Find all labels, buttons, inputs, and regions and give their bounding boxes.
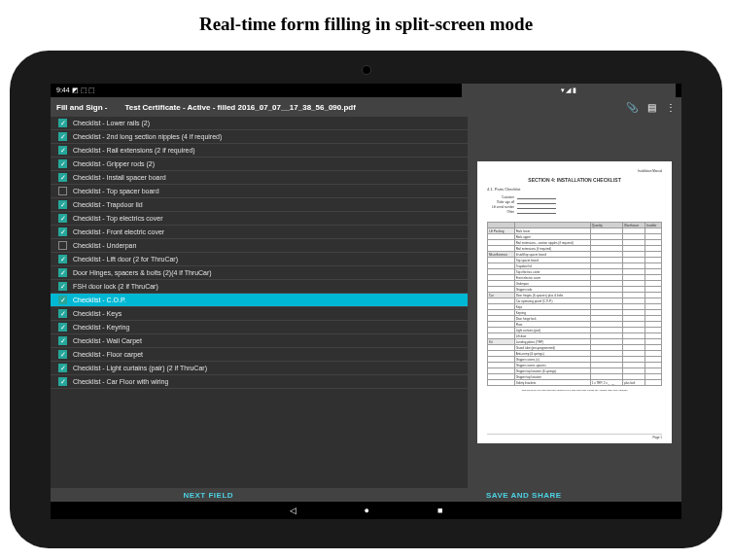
tablet-frame: 9:44 ◩ ⬚ ⬚ ▾ ◢ ▮ Fill and Sign - Test Ce… <box>10 51 722 548</box>
checklist-row[interactable]: ✓Checklist - C.O.P. <box>51 294 468 307</box>
footer-bar: NEXT FIELD SAVE AND SHARE <box>51 488 681 502</box>
checklist-label: FSH door lock (2 if ThruCar) <box>73 283 158 290</box>
checklist-label: Checklist - Gripper rods (2) <box>73 160 155 167</box>
pdf-subtitle: 4.1. Parts Checklist <box>487 187 662 192</box>
status-bar: 9:44 ◩ ⬚ ⬚ ▾ ◢ ▮ <box>51 84 681 97</box>
checklist-row[interactable]: ✓Checklist - Car Floor with wiring <box>51 375 468 389</box>
checklist-label: Checklist - Light curtains (pair) (2 if … <box>73 365 207 371</box>
status-left: 9:44 ◩ ⬚ ⬚ <box>56 87 95 94</box>
pdf-form-fields: CustomerOrder sign offLift serial number… <box>487 195 662 214</box>
checklist-label: Checklist - Install spacer board <box>73 174 166 181</box>
pdf-section-title: SECTION 4: INSTALLATION CHECKLIST <box>487 177 662 183</box>
checklist-panel[interactable]: ✓Checklist - Lower rails (2)✓Checklist -… <box>51 117 468 488</box>
checkbox[interactable]: ✓ <box>58 364 67 372</box>
pdf-header-right: Installation Manual <box>487 169 662 173</box>
checklist-row[interactable]: ✓Checklist - Rail extensions (2 if requi… <box>51 144 468 158</box>
pdf-footer: Page 1 <box>487 434 662 439</box>
checkbox[interactable]: ✓ <box>58 132 67 141</box>
checklist-label: Checklist - Wall Carpet <box>73 337 142 344</box>
checklist-label: Checklist - Lower rails (2) <box>73 120 150 126</box>
checklist-row[interactable]: ✓Checklist - Floor carpet <box>51 348 468 362</box>
more-icon[interactable]: ⋮ <box>666 102 676 113</box>
checkbox[interactable] <box>58 241 67 250</box>
checklist-row[interactable]: ✓FSH door lock (2 if ThruCar) <box>51 280 468 294</box>
checklist-label: Checklist - Rail extensions (2 if requir… <box>73 147 195 154</box>
recents-button[interactable]: ■ <box>437 506 442 515</box>
checklist-label: Door Hinges, spacers & bolts (2)(4 if Th… <box>73 269 212 276</box>
checklist-label: Checklist - Keys <box>73 310 122 317</box>
checkbox[interactable]: ✓ <box>58 296 67 304</box>
back-button[interactable]: ◁ <box>290 506 296 515</box>
checklist-label: Checklist - Lift door (2 for ThruCar) <box>73 256 178 262</box>
checkbox[interactable]: ✓ <box>58 377 67 386</box>
checkbox[interactable]: ✓ <box>58 159 67 168</box>
screen: 9:44 ◩ ⬚ ⬚ ▾ ◢ ▮ Fill and Sign - Test Ce… <box>51 84 681 519</box>
android-navbar: ◁ ● ■ <box>51 502 681 519</box>
checklist-row[interactable]: ✓Checklist - Keys <box>51 307 468 321</box>
checklist-label: Checklist - Keyring <box>73 324 129 331</box>
app-title: Fill and Sign - <box>56 103 107 112</box>
checkbox[interactable]: ✓ <box>58 336 67 345</box>
checklist-label: Checklist - Trapdoor lid <box>73 201 143 208</box>
checklist-row[interactable]: ✓Door Hinges, spacers & bolts (2)(4 if T… <box>51 266 468 280</box>
checkbox[interactable] <box>58 187 67 195</box>
checkbox[interactable]: ✓ <box>58 255 67 263</box>
save-share-button[interactable]: SAVE AND SHARE <box>366 488 682 502</box>
checkbox[interactable]: ✓ <box>58 282 67 291</box>
checklist-row[interactable]: ✓Checklist - Lower rails (2) <box>51 117 468 130</box>
checklist-label: Checklist - Floor carpet <box>73 351 143 358</box>
attach-icon[interactable]: 📎 <box>626 102 638 113</box>
checkbox[interactable]: ✓ <box>58 350 67 359</box>
checklist-row[interactable]: ✓Checklist - Gripper rods (2) <box>51 158 468 171</box>
app-bar: Fill and Sign - Test Certificate - Activ… <box>51 97 681 117</box>
checkbox[interactable]: ✓ <box>58 173 67 182</box>
checklist-label: Checklist - Top spacer board <box>73 188 159 194</box>
checklist-label: Checklist - 2nd long section nipples (4 … <box>73 133 222 140</box>
checkbox[interactable]: ✓ <box>58 323 67 332</box>
pages-icon[interactable]: ▤ <box>647 102 656 113</box>
checklist-row[interactable]: Checklist - Top spacer board <box>51 185 468 198</box>
caption: Real-time form filling in split-screen m… <box>0 0 732 43</box>
checkbox[interactable]: ✓ <box>58 268 67 277</box>
checklist-row[interactable]: ✓Checklist - Wall Carpet <box>51 334 468 348</box>
camera-dot <box>363 66 370 74</box>
preview-panel[interactable]: Installation Manual SECTION 4: INSTALLAT… <box>468 117 681 488</box>
content-area: ✓Checklist - Lower rails (2)✓Checklist -… <box>51 117 681 488</box>
checkbox[interactable]: ✓ <box>58 309 67 318</box>
checkbox[interactable]: ✓ <box>58 146 67 155</box>
checklist-row[interactable]: ✓Checklist - Lift door (2 for ThruCar) <box>51 253 468 266</box>
checklist-label: Checklist - Top electrics cover <box>73 215 162 222</box>
checklist-label: Checklist - Car Floor with wiring <box>73 378 168 385</box>
checklist-row[interactable]: ✓Checklist - Install spacer board <box>51 171 468 185</box>
pdf-disclaimer: This could be a fill-and-sign free versi… <box>487 389 662 392</box>
checkbox[interactable]: ✓ <box>58 228 67 236</box>
checkbox[interactable]: ✓ <box>58 119 67 127</box>
checklist-row[interactable]: ✓Checklist - Light curtains (pair) (2 if… <box>51 362 468 375</box>
status-right: ▾ ◢ ▮ <box>462 84 676 100</box>
checkbox[interactable]: ✓ <box>58 200 67 209</box>
document-name: Test Certificate - Active - filled 2016_… <box>124 103 626 112</box>
checklist-row[interactable]: ✓Checklist - Front electric cover <box>51 226 468 239</box>
checklist-label: Checklist - Front electric cover <box>73 228 164 235</box>
checklist-row[interactable]: ✓Checklist - Top electrics cover <box>51 212 468 226</box>
pdf-table: QuantityWarehouseInstallerLift PackingRa… <box>487 222 662 386</box>
checklist-label: Checklist - Underpan <box>73 242 136 249</box>
next-field-button[interactable]: NEXT FIELD <box>51 488 366 502</box>
pdf-page: Installation Manual SECTION 4: INSTALLAT… <box>477 161 672 443</box>
checklist-row[interactable]: ✓Checklist - Trapdoor lid <box>51 198 468 212</box>
checklist-row[interactable]: ✓Checklist - Keyring <box>51 321 468 334</box>
home-button[interactable]: ● <box>365 506 369 515</box>
checkbox[interactable]: ✓ <box>58 214 67 223</box>
checklist-row[interactable]: Checklist - Underpan <box>51 239 468 253</box>
checklist-label: Checklist - C.O.P. <box>73 297 126 303</box>
checklist-row[interactable]: ✓Checklist - 2nd long section nipples (4… <box>51 130 468 144</box>
